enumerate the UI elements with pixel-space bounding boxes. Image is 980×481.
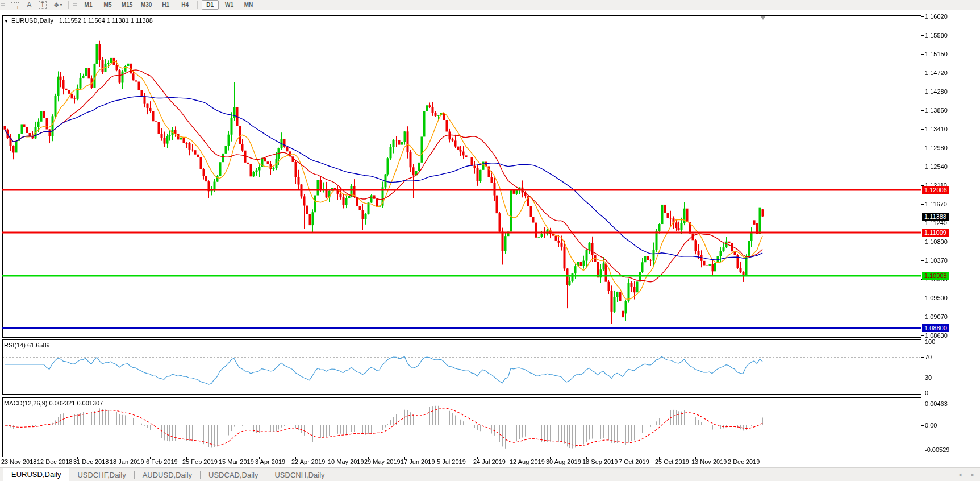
symbol-tab-usdcad[interactable]: USDCAD,Daily [201, 469, 266, 481]
symbol-tab-usdcnh[interactable]: USDCNH,Daily [266, 469, 332, 481]
tab-nav-right-icon[interactable]: ► [970, 472, 975, 478]
symbol-tabbar: EURUSD,DailyUSDCHF,DailyAUDUSD,DailyUSDC… [0, 467, 980, 481]
symbol-tabs: EURUSD,DailyUSDCHF,DailyAUDUSD,DailyUSDC… [0, 468, 333, 481]
chart-canvas[interactable] [0, 0, 980, 481]
symbol-tab-audusd[interactable]: AUDUSD,Daily [135, 469, 200, 481]
trading-terminal: F A T ❖ ▾ M1M5M15M30H1H4D1W1MN ▼EURUSD,D… [0, 0, 980, 481]
tab-nav-left-icon[interactable]: ◄ [957, 472, 962, 478]
symbol-tab-usdchf[interactable]: USDCHF,Daily [69, 469, 134, 481]
symbol-tab-eurusd[interactable]: EURUSD,Daily [3, 468, 69, 481]
tab-nav: ◄ ► [957, 472, 975, 478]
tab-separator [333, 471, 333, 479]
